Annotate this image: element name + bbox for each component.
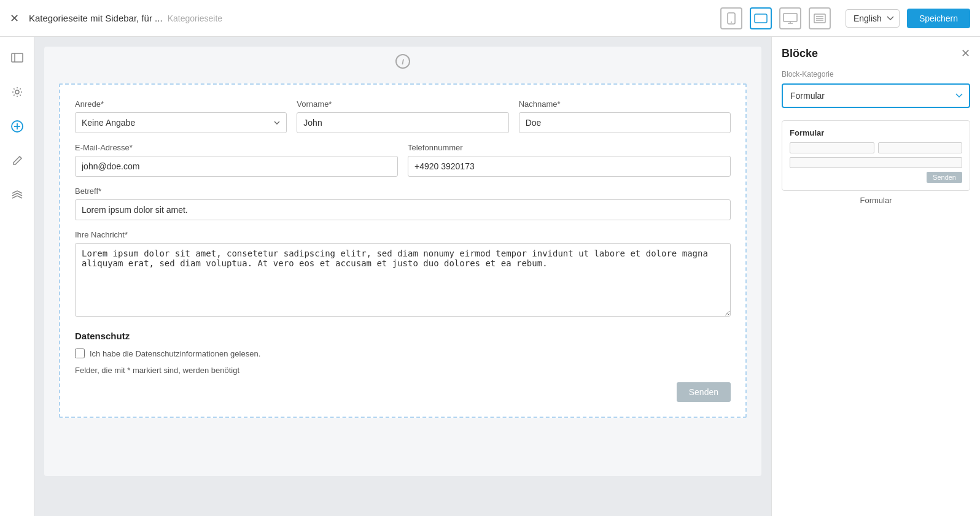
submit-row: Senden (75, 382, 731, 402)
edit-icon[interactable] (6, 150, 28, 172)
svg-point-12 (15, 90, 19, 94)
submit-button[interactable]: Senden (677, 382, 731, 402)
vorname-label: Vorname* (297, 99, 508, 109)
email-input[interactable] (75, 156, 398, 177)
datenschutz-checkbox[interactable] (75, 348, 85, 358)
nachname-input[interactable] (519, 112, 731, 133)
right-panel-close-button[interactable]: ✕ (961, 47, 970, 60)
canvas-inner: i Anrede* Keine Angabe Herr Frau V (44, 47, 761, 476)
form-block: Anrede* Keine Angabe Herr Frau Vorname* … (59, 83, 747, 418)
svg-point-1 (731, 21, 732, 23)
canvas-area: i Anrede* Keine Angabe Herr Frau V (34, 37, 771, 516)
vorname-input[interactable] (297, 112, 508, 133)
block-kategorie-label: Block-Kategorie (782, 70, 970, 79)
betreff-label: Betreff* (75, 187, 731, 196)
main-layout: i Anrede* Keine Angabe Herr Frau V (0, 0, 980, 516)
betreff-input[interactable] (75, 199, 731, 220)
canvas-info: i (44, 47, 761, 74)
datenschutz-checkbox-label: Ich habe die Datenschutzinformationen ge… (90, 349, 260, 358)
settings-icon[interactable] (6, 81, 28, 103)
nachname-label: Nachname* (519, 99, 731, 109)
preview-input-1 (790, 142, 874, 153)
preview-form-row-1 (790, 142, 962, 153)
vorname-col: Vorname* (297, 99, 508, 133)
preview-submit-btn: Senden (927, 172, 962, 183)
svg-rect-10 (12, 53, 23, 62)
device-desktop-icon[interactable] (779, 7, 801, 29)
datenschutz-checkbox-row: Ich habe die Datenschutzinformationen ge… (75, 348, 731, 358)
svg-rect-3 (784, 13, 797, 21)
right-panel-header: Blöcke ✕ (782, 47, 970, 60)
preview-input-full (790, 157, 962, 168)
preview-btn-row: Senden (790, 172, 962, 183)
anrede-col: Anrede* Keine Angabe Herr Frau (75, 99, 287, 133)
nachricht-row: Ihre Nachricht* Lorem ipsum dolor sit am… (75, 230, 731, 318)
preview-input-2 (878, 142, 963, 153)
anrede-select[interactable]: Keine Angabe Herr Frau (75, 112, 287, 133)
close-button[interactable]: ✕ (10, 13, 19, 24)
betreff-row: Betreff* (75, 187, 731, 220)
anrede-label: Anrede* (75, 99, 287, 109)
left-sidebar (0, 37, 34, 516)
nachricht-label: Ihre Nachricht* (75, 230, 731, 239)
datenschutz-heading: Datenschutz (75, 331, 731, 341)
right-panel-title: Blöcke (782, 47, 818, 60)
svg-rect-2 (755, 14, 767, 23)
required-note: Felder, die mit * markiert sind, werden … (75, 366, 731, 375)
email-label: E-Mail-Adresse* (75, 143, 398, 152)
device-tablet-icon[interactable] (750, 7, 772, 29)
save-button[interactable]: Speichern (907, 9, 970, 28)
nachname-col: Nachname* (519, 99, 731, 133)
page-title: Kategorieseite mit Sidebar, für ... (29, 13, 163, 23)
device-icons (720, 7, 831, 29)
form-row-2: E-Mail-Adresse* Telefonnummer (75, 143, 731, 177)
form-row-1: Anrede* Keine Angabe Herr Frau Vorname* … (75, 99, 731, 133)
layers-icon[interactable] (6, 184, 28, 206)
block-card-label: Formular (782, 196, 970, 205)
block-kategorie-select[interactable]: Formular Text Bild Layout Medien (782, 83, 970, 108)
info-icon: i (395, 54, 410, 69)
email-col: E-Mail-Adresse* (75, 143, 398, 177)
right-panel: Blöcke ✕ Block-Kategorie Formular Text B… (771, 37, 980, 516)
formular-block-card[interactable]: Formular Senden (782, 120, 970, 191)
datenschutz-section: Datenschutz Ich habe die Datenschutzinfo… (75, 331, 731, 402)
device-phone-icon[interactable] (720, 7, 742, 29)
topbar: ✕ Kategorieseite mit Sidebar, für ... Ka… (0, 0, 980, 37)
nachricht-textarea[interactable]: Lorem ipsum dolor sit amet, consetetur s… (75, 243, 731, 317)
add-block-icon[interactable] (6, 115, 28, 137)
telefon-input[interactable] (408, 156, 731, 177)
page-subtitle: Kategorieseite (168, 13, 223, 23)
language-select[interactable]: English (846, 9, 900, 28)
telefon-label: Telefonnummer (408, 143, 731, 152)
preview-card-title: Formular (790, 128, 962, 137)
sidebar-toggle-icon[interactable] (6, 47, 28, 69)
telefon-col: Telefonnummer (408, 143, 731, 177)
device-list-icon[interactable] (809, 7, 831, 29)
